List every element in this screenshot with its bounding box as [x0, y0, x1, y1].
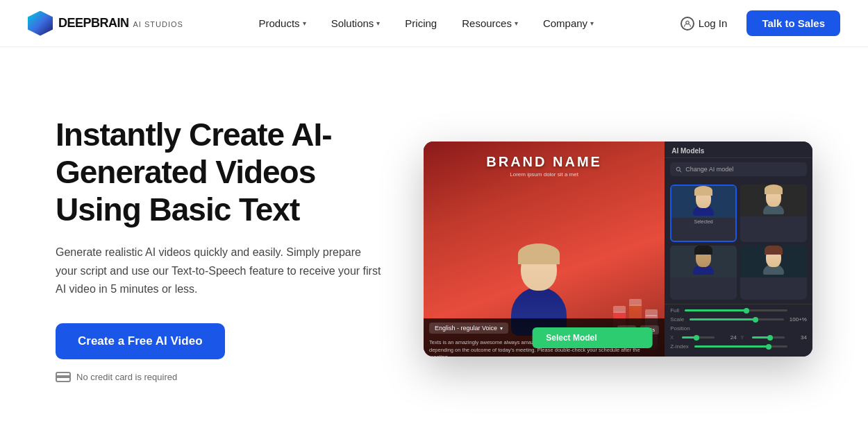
model-label-2: [740, 216, 807, 225]
prop-zindex: Z-index: [670, 343, 807, 350]
prop-position: Position X 24 Y: [670, 325, 807, 341]
nav-pricing[interactable]: Pricing: [394, 12, 448, 35]
brand-name: BRAND NAME: [424, 154, 665, 170]
nav-links: Products ▾ Solutions ▾ Pricing Resources…: [247, 12, 605, 35]
logo-brand: DEEPBRAIN: [58, 16, 129, 31]
avatar-hair: [518, 243, 560, 264]
model-properties: Full Scale 100+%: [665, 304, 812, 357]
full-slider[interactable]: [685, 309, 787, 311]
nav-products[interactable]: Products ▾: [247, 12, 317, 35]
model-card-4[interactable]: [740, 246, 807, 300]
chevron-down-icon: ▾: [303, 19, 306, 27]
avatar-head: [521, 248, 557, 291]
brand-sub: Lorem ipsum dolor sit a met: [424, 171, 665, 178]
login-button[interactable]: Log In: [669, 11, 739, 36]
chevron-down-icon: ▾: [590, 19, 594, 27]
navbar: DEEPBRAIN AI STUDIOS Products ▾ Solution…: [0, 0, 868, 47]
models-grid: Selected: [665, 180, 812, 304]
no-credit-card-note: No credit card is required: [56, 372, 403, 382]
chevron-down-icon: ▾: [376, 19, 380, 27]
ai-models-header: AI Models: [665, 142, 812, 158]
model-label-4: [740, 277, 807, 286]
logo-sub: AI STUDIOS: [133, 20, 183, 28]
model-thumb-2: [740, 185, 807, 216]
zindex-slider[interactable]: [694, 345, 787, 348]
model-label-1: Selected: [671, 218, 735, 226]
chevron-down-icon: ▾: [515, 19, 518, 27]
create-free-video-button[interactable]: Create a Free AI Video: [56, 323, 225, 359]
nav-resources[interactable]: Resources ▾: [451, 12, 529, 35]
change-ai-model-button[interactable]: Change AI model: [670, 162, 807, 176]
prop-scale: Scale 100+%: [670, 316, 807, 323]
select-model-button[interactable]: Select Model: [532, 327, 653, 348]
model-label-3: [670, 277, 737, 286]
logo: DEEPBRAIN AI STUDIOS: [28, 11, 183, 36]
nav-right: Log In Talk to Sales: [669, 10, 840, 36]
user-icon: [681, 17, 694, 31]
nav-solutions[interactable]: Solutions ▾: [320, 12, 392, 35]
credit-card-icon: [56, 372, 71, 382]
hero-title: Instantly Create AI-Generated Videos Usi…: [56, 116, 403, 229]
model-thumb-1: [671, 186, 735, 218]
prop-full: Full: [670, 307, 807, 314]
model-thumb-3: [670, 246, 737, 277]
model-card-3[interactable]: [670, 246, 737, 300]
talk-to-sales-button[interactable]: Talk to Sales: [746, 10, 840, 36]
logo-icon: [28, 11, 53, 36]
ai-models-panel: AI Models Change AI model: [665, 142, 812, 357]
position-x-slider[interactable]: [682, 336, 715, 339]
svg-line-2: [680, 170, 681, 171]
model-card-2[interactable]: [740, 185, 807, 242]
position-y-slider[interactable]: [752, 336, 785, 339]
screenshot-inner: BRAND NAME Lorem ipsum dolor sit a met: [424, 142, 812, 357]
model-thumb-4: [740, 246, 807, 277]
svg-point-1: [676, 167, 680, 171]
scale-slider[interactable]: [690, 318, 784, 320]
nav-company[interactable]: Company ▾: [532, 12, 605, 35]
hero-section: Instantly Create AI-Generated Videos Usi…: [0, 47, 868, 437]
hero-description: Generate realistic AI videos quickly and…: [56, 243, 382, 298]
brand-overlay: BRAND NAME Lorem ipsum dolor sit a met: [424, 154, 665, 178]
video-preview-panel: BRAND NAME Lorem ipsum dolor sit a met: [424, 142, 665, 357]
model-card-1[interactable]: Selected: [670, 185, 737, 242]
hero-copy: Instantly Create AI-Generated Videos Usi…: [56, 116, 403, 383]
language-selector[interactable]: English - regular Voice ▾: [429, 323, 508, 334]
product-screenshot: BRAND NAME Lorem ipsum dolor sit a met: [424, 142, 812, 357]
